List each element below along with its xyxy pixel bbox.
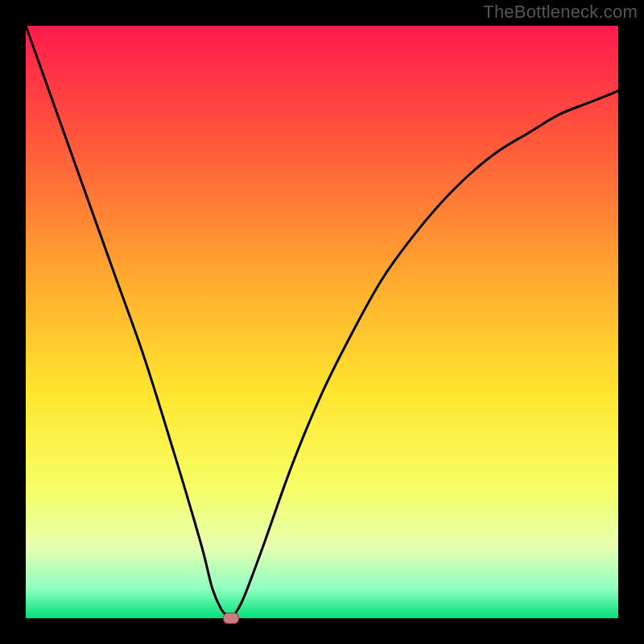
plot-svg xyxy=(26,26,618,618)
plot-area xyxy=(26,26,618,618)
gradient-background xyxy=(26,26,618,618)
watermark-text: TheBottleneck.com xyxy=(483,2,638,23)
chart-frame: TheBottleneck.com xyxy=(0,0,644,644)
optimal-marker xyxy=(223,613,239,624)
